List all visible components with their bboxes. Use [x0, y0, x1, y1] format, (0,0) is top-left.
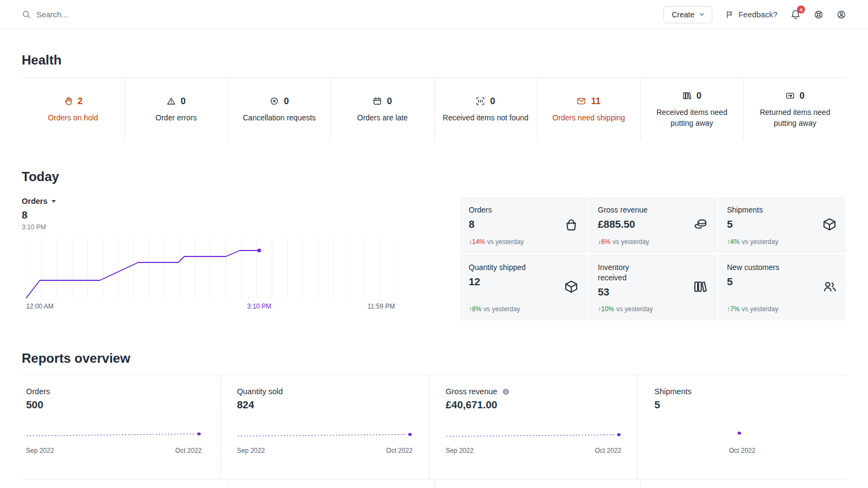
kpi-delta: ↑7%	[727, 305, 739, 313]
health-label: Orders are late	[357, 112, 407, 123]
sparkline-chart	[654, 423, 830, 441]
cancel-icon	[270, 97, 279, 106]
axis-label: Sep 2022	[26, 447, 54, 454]
kpi-orders: Orders8↓14%vs yesterday	[460, 197, 588, 253]
search-input[interactable]	[36, 10, 210, 19]
reports-row: Orders500Sep 2022Oct 2022Quantity sold82…	[22, 375, 846, 479]
shelf-icon	[682, 91, 692, 100]
notifications-button[interactable]: 4	[790, 9, 801, 20]
warning-icon	[167, 97, 176, 106]
today-orders-chart	[26, 239, 395, 299]
report-title: Shipments	[654, 387, 692, 396]
kpi-delta: ↑4%	[727, 238, 739, 246]
health-value: 0	[284, 96, 289, 106]
axis-label: Sep 2022	[237, 447, 265, 454]
return-icon	[786, 91, 795, 100]
kpi-delta-context: vs yesterday	[742, 238, 778, 246]
kpi-title: Orders	[469, 205, 579, 215]
report-title: Gross revenue	[446, 387, 497, 396]
hand-icon	[63, 97, 73, 106]
bag-icon	[564, 217, 578, 232]
axis-label: 12:00 AM	[26, 303, 54, 310]
axis-label: Oct 2022	[175, 447, 202, 454]
kpi-value: 8	[469, 219, 579, 230]
reports-section-title: Reports overview	[22, 350, 846, 367]
today-section-title: Today	[22, 169, 846, 185]
report-shipments[interactable]: Shipments5Oct 2022	[637, 375, 846, 479]
mail-icon	[577, 97, 586, 106]
scan-icon	[476, 97, 485, 106]
sparkline-chart	[446, 423, 622, 441]
health-item-returned-items-need-putting-away[interactable]: 0Returned items need putting away	[743, 78, 846, 141]
cube-icon	[822, 217, 837, 232]
health-item-received-items-not-found[interactable]: 0Received items not found	[434, 78, 537, 141]
health-label: Received items need putting away	[649, 107, 735, 129]
metric-time: 3:10 PM	[22, 223, 401, 231]
metric-dropdown[interactable]: Orders	[22, 197, 401, 206]
metric-dropdown-label: Orders	[22, 197, 48, 206]
report-gross-revenue[interactable]: Gross revenue£40,671.00Sep 2022Oct 2022	[429, 375, 638, 479]
report-orders[interactable]: Orders500Sep 2022Oct 2022	[22, 375, 220, 479]
shelf-icon	[693, 280, 707, 294]
people-icon	[822, 280, 837, 294]
reports-next-row	[22, 479, 846, 488]
report-value: 5	[654, 399, 830, 411]
create-button[interactable]: Create	[663, 6, 712, 23]
notification-badge: 4	[797, 5, 805, 14]
health-item-orders-are-late[interactable]: 0Orders are late	[330, 78, 433, 141]
coins-icon	[693, 217, 707, 232]
flag-icon	[725, 10, 734, 19]
today-chart-x-axis: 12:00 AM3:10 PM11:59 PM	[26, 303, 395, 311]
info-icon	[502, 388, 510, 396]
sparkline-chart	[26, 423, 202, 441]
health-item-orders-need-shipping[interactable]: 11Orders need shipping	[537, 78, 640, 141]
report-value: £40,671.00	[446, 399, 622, 411]
kpi-delta: ↑8%	[469, 305, 481, 313]
kpi-delta: ↑10%	[598, 305, 614, 313]
health-row: 2Orders on hold0Order errors0Cancellatio…	[22, 78, 846, 141]
health-label: Order errors	[156, 112, 197, 123]
health-item-cancellation-requests[interactable]: 0Cancellation requests	[227, 78, 330, 141]
health-item-order-errors[interactable]: 0Order errors	[124, 78, 227, 141]
axis-label: Sep 2022	[446, 447, 474, 454]
account-button[interactable]	[837, 10, 846, 20]
health-value: 0	[490, 96, 495, 106]
health-label: Received items not found	[443, 112, 528, 123]
today-row: Orders 8 3:10 PM 12:00 AM3:10 PM11:59 PM…	[22, 197, 846, 320]
kpi-quantity-shipped: Quantity shipped12↑8%vs yesterday	[460, 254, 588, 320]
create-button-label: Create	[672, 10, 694, 19]
today-chart-panel: Orders 8 3:10 PM 12:00 AM3:10 PM11:59 PM	[22, 197, 401, 320]
kpi-inventory-received: Inventory received53↑10%vs yesterday	[589, 254, 717, 320]
health-label: Returned items need putting away	[752, 107, 838, 129]
health-value: 0	[800, 91, 805, 101]
axis-label: 3:10 PM	[247, 303, 271, 310]
report-title: Orders	[26, 387, 50, 396]
kpi-value: 5	[727, 276, 838, 288]
metric-value: 8	[22, 209, 401, 221]
caret-down-icon	[52, 200, 56, 203]
kpi-value: 5	[727, 219, 838, 230]
topbar-actions: Create Feedback? 4	[663, 6, 846, 23]
kpi-value: £885.50	[598, 219, 709, 230]
kpi-delta: ↓6%	[598, 238, 610, 246]
help-button[interactable]	[814, 10, 824, 20]
feedback-button[interactable]: Feedback?	[725, 10, 777, 19]
health-item-received-items-need-putting-away[interactable]: 0Received items need putting away	[640, 78, 743, 141]
kpi-title: Inventory received	[598, 262, 650, 283]
kpi-delta-context: vs yesterday	[612, 238, 649, 246]
report-value: 500	[26, 399, 202, 411]
axis-label: Oct 2022	[595, 447, 622, 454]
kpi-value: 12	[469, 276, 579, 288]
search-icon	[22, 10, 31, 19]
kpi-delta-context: vs yesterday	[487, 238, 524, 246]
health-value: 2	[78, 96, 82, 106]
sparkline-chart	[237, 423, 413, 441]
report-quantity-sold[interactable]: Quantity sold824Sep 2022Oct 2022	[220, 375, 429, 479]
kpi-title: New customers	[727, 262, 838, 273]
health-item-orders-on-hold[interactable]: 2Orders on hold	[22, 78, 124, 141]
help-icon	[814, 10, 824, 20]
health-value: 11	[591, 96, 600, 106]
kpi-delta: ↓14%	[469, 238, 485, 246]
axis-label: 11:59 PM	[368, 303, 395, 310]
health-label: Orders on hold	[48, 112, 98, 123]
